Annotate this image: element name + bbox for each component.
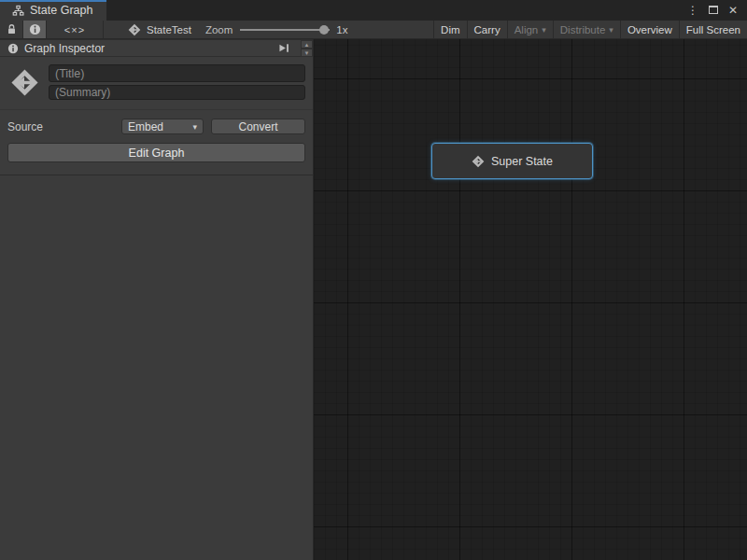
state-graph-icon-large: [7, 68, 42, 97]
inspector-title: Graph Inspector: [24, 42, 273, 55]
dock-right-icon: [278, 43, 290, 53]
dock-panel-button[interactable]: [278, 43, 290, 53]
scroll-down-button[interactable]: ▼: [301, 49, 313, 57]
convert-button[interactable]: Convert: [211, 119, 305, 134]
app-window: State Graph ⋮ ✕ <×>: [0, 0, 747, 560]
dropdown-arrow-icon: ▾: [609, 25, 613, 35]
window-controls: ⋮ ✕: [687, 0, 747, 21]
tab-state-graph[interactable]: State Graph: [0, 0, 106, 21]
toolbar-separator: [103, 21, 104, 38]
state-node-icon: [472, 155, 485, 168]
graph-title-input[interactable]: [49, 64, 305, 82]
active-tab-accent: [0, 0, 106, 2]
inspector-toggle-button[interactable]: [23, 21, 46, 38]
fullscreen-button[interactable]: Full Screen: [679, 21, 747, 38]
toolbar-right-buttons: Dim Carry Align ▾ Distribute ▾ Overview …: [433, 21, 747, 38]
code-icon: <×>: [64, 24, 85, 35]
zoom-control: Zoom 1x: [205, 21, 348, 38]
maximize-icon[interactable]: [709, 0, 718, 21]
source-label: Source: [7, 120, 114, 133]
tab-bar: State Graph ⋮ ✕: [0, 0, 747, 21]
dim-button[interactable]: Dim: [433, 21, 466, 38]
graph-hierarchy-icon: [12, 5, 24, 17]
info-icon: [29, 23, 41, 35]
dropdown-arrow-icon: ▾: [192, 122, 197, 132]
distribute-button[interactable]: Distribute ▾: [553, 21, 620, 38]
source-dropdown-value: Embed: [128, 120, 189, 133]
breadcrumb-label: StateTest: [147, 24, 191, 35]
info-icon: [7, 43, 19, 54]
zoom-slider-thumb[interactable]: [319, 25, 329, 35]
state-graph-icon: [128, 23, 141, 36]
inspector-empty-area: [0, 175, 313, 560]
zoom-slider-track: [240, 29, 330, 31]
inspector-scrollbar: ▲ ▼: [301, 40, 313, 57]
graph-toolbar: <×> StateTest Zoom 1x Dim Carry Align: [0, 21, 747, 39]
scroll-up-button[interactable]: ▲: [301, 40, 313, 49]
overview-button[interactable]: Overview: [620, 21, 679, 38]
code-preview-button[interactable]: <×>: [47, 21, 103, 38]
graph-canvas[interactable]: Super State: [314, 39, 747, 560]
carry-button[interactable]: Carry: [467, 21, 507, 38]
node-super-state[interactable]: Super State: [431, 143, 593, 179]
zoom-label: Zoom: [205, 24, 233, 35]
dropdown-arrow-icon: ▾: [542, 25, 546, 35]
tab-label: State Graph: [30, 4, 92, 17]
zoom-value: 1x: [336, 24, 347, 35]
source-dropdown[interactable]: Embed ▾: [121, 119, 204, 134]
graph-summary-input[interactable]: [49, 85, 305, 100]
node-label: Super State: [491, 155, 553, 168]
close-icon[interactable]: ✕: [728, 0, 738, 21]
lock-icon: [7, 23, 17, 35]
inspector-header: Graph Inspector: [0, 39, 313, 57]
zoom-slider[interactable]: [240, 21, 330, 39]
window-menu-icon[interactable]: ⋮: [687, 0, 698, 21]
breadcrumb[interactable]: StateTest: [128, 21, 191, 38]
inspector-content: Source Embed ▾ Convert Edit Graph: [0, 57, 313, 560]
align-button[interactable]: Align ▾: [507, 21, 553, 38]
graph-inspector-panel: Graph Inspector ▲ ▼: [0, 39, 314, 560]
edit-graph-button[interactable]: Edit Graph: [7, 143, 305, 162]
lock-button[interactable]: [0, 21, 22, 38]
